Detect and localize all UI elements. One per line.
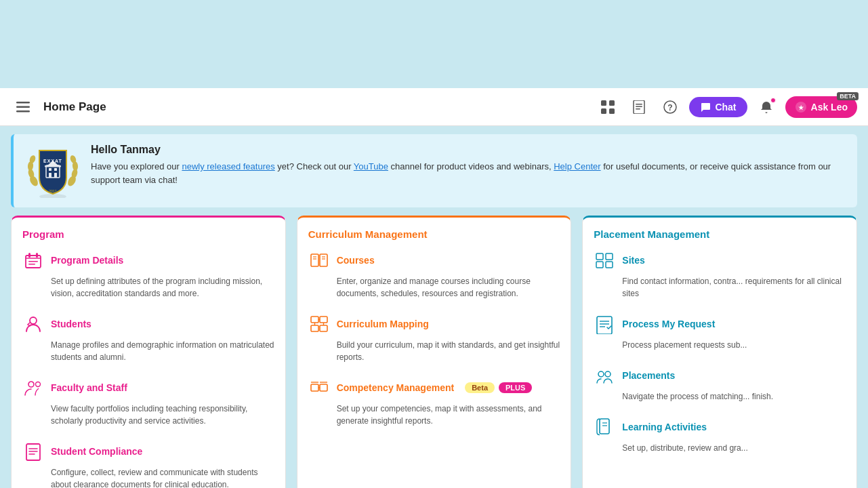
curriculum-card-title: Curriculum Management	[308, 228, 560, 240]
process-request-icon	[594, 313, 615, 335]
program-details-icon	[22, 249, 44, 271]
competency-management-title[interactable]: Competency Management	[337, 382, 454, 393]
header: Home Page ?	[0, 88, 868, 126]
student-compliance-item: Student Compliance Configure, collect, r…	[22, 441, 274, 488]
sites-icon	[594, 249, 615, 271]
youtube-link[interactable]: YouTube	[354, 161, 388, 171]
ask-leo-label: Ask Leo	[811, 102, 848, 113]
svg-rect-37	[28, 264, 35, 265]
svg-point-40	[36, 382, 41, 387]
curriculum-mapping-desc: Build your curriculum, map it with stand…	[308, 339, 560, 363]
faculty-staff-item: Faculty and Staff View faculty portfolio…	[22, 377, 274, 427]
help-center-link[interactable]: Help Center	[554, 161, 600, 171]
svg-rect-6	[609, 108, 615, 114]
faculty-staff-title[interactable]: Faculty and Staff	[51, 382, 127, 393]
curriculum-mapping-title[interactable]: Curriculum Mapping	[337, 319, 429, 329]
svg-rect-55	[311, 384, 318, 391]
svg-rect-29	[54, 173, 57, 178]
greeting: Hello Tanmay	[91, 144, 845, 156]
svg-point-69	[605, 371, 611, 377]
learning-activities-icon	[594, 416, 615, 438]
notifications-button[interactable]	[754, 95, 779, 119]
students-desc: Manage profiles and demographic informat…	[22, 339, 274, 363]
svg-rect-50	[311, 325, 318, 331]
program-card-title: Program	[22, 228, 274, 240]
svg-rect-27	[54, 168, 57, 171]
svg-rect-3	[601, 100, 606, 106]
svg-rect-43	[320, 254, 327, 266]
svg-rect-63	[606, 262, 613, 268]
svg-rect-62	[596, 262, 603, 268]
courses-title[interactable]: Courses	[337, 255, 375, 266]
svg-rect-36	[28, 261, 38, 262]
main-content: EXXAT 2011 Hello Tanmay Have you explore…	[0, 134, 868, 488]
svg-rect-34	[28, 253, 30, 258]
hamburger-menu[interactable]	[11, 95, 35, 119]
faculty-staff-desc: View faculty portfolios including teachi…	[22, 403, 274, 427]
grid-icon[interactable]	[596, 95, 620, 119]
placements-icon	[594, 365, 615, 386]
newly-released-features-link[interactable]: newly released features	[182, 161, 274, 171]
students-icon	[22, 313, 44, 335]
svg-text:?: ?	[668, 102, 673, 112]
notification-dot	[770, 98, 776, 103]
welcome-banner: EXXAT 2011 Hello Tanmay Have you explore…	[11, 134, 857, 207]
svg-rect-2	[16, 110, 30, 113]
beta-badge: BETA	[837, 92, 859, 100]
chat-button[interactable]: Chat	[689, 97, 747, 117]
program-details-item: Program Details Set up defining attribut…	[22, 249, 274, 300]
placements-item: Placements Navigate the process of match…	[594, 365, 846, 403]
curriculum-card: Curriculum Management Course	[297, 216, 572, 488]
svg-rect-5	[601, 108, 606, 114]
process-request-desc: Process placement requests sub...	[594, 339, 846, 351]
placements-title[interactable]: Placements	[622, 370, 675, 381]
svg-rect-56	[320, 384, 327, 391]
banner-text: Hello Tanmay Have you explored our newly…	[91, 144, 845, 186]
program-details-title[interactable]: Program Details	[51, 255, 123, 266]
courses-desc: Enter, organize and manage courses inclu…	[308, 275, 560, 300]
svg-rect-10	[636, 108, 640, 110]
sites-title[interactable]: Sites	[622, 255, 644, 266]
svg-rect-1	[16, 106, 30, 108]
placements-desc: Navigate the process of matching... fini…	[594, 390, 846, 403]
svg-rect-26	[49, 168, 51, 171]
students-title[interactable]: Students	[51, 319, 91, 329]
sites-desc: Find contact information, contra... requ…	[594, 275, 846, 300]
svg-rect-28	[49, 173, 51, 178]
svg-rect-48	[311, 317, 318, 323]
svg-point-38	[30, 317, 37, 324]
logo-area: EXXAT 2011	[26, 144, 80, 198]
svg-point-39	[28, 382, 34, 387]
cards-section: Program Program Details	[0, 216, 868, 488]
svg-rect-60	[596, 253, 603, 260]
process-request-title[interactable]: Process My Request	[622, 319, 715, 329]
svg-rect-64	[597, 317, 612, 334]
students-item: Students Manage profiles and demographic…	[22, 313, 274, 363]
learning-activities-title[interactable]: Learning Activities	[622, 422, 707, 432]
plus-tag: PLUS	[499, 382, 532, 393]
ask-leo-button[interactable]: BETA ★ Ask Leo	[785, 96, 857, 118]
beta-tag: Beta	[465, 382, 495, 393]
svg-text:★: ★	[798, 104, 804, 111]
svg-rect-0	[16, 102, 30, 104]
banner-body: Have you explored our newly released fea…	[91, 160, 845, 186]
learning-activities-desc: Set up, distribute, review and gra...	[594, 442, 846, 454]
faculty-staff-icon	[22, 377, 44, 399]
curriculum-mapping-icon	[308, 313, 330, 335]
competency-tags: Beta PLUS	[465, 382, 532, 393]
report-icon[interactable]	[627, 95, 651, 119]
help-icon[interactable]: ?	[658, 95, 682, 119]
svg-rect-4	[609, 100, 615, 106]
competency-management-desc: Set up your competencies, map it with as…	[308, 403, 560, 427]
process-request-item: Process My Request Process placement req…	[594, 313, 846, 351]
sites-item: Sites Find contact information, contra..…	[594, 249, 846, 300]
svg-text:2011: 2011	[49, 189, 57, 193]
svg-point-68	[598, 371, 604, 377]
courses-icon	[308, 249, 330, 271]
learning-activities-item: Learning Activities Set up, distribute, …	[594, 416, 846, 454]
placement-card: Placement Management Sites Find contact …	[582, 216, 857, 488]
svg-rect-70	[600, 419, 609, 434]
student-compliance-icon	[22, 441, 44, 462]
competency-management-icon	[308, 377, 330, 399]
student-compliance-title[interactable]: Student Compliance	[51, 446, 142, 457]
